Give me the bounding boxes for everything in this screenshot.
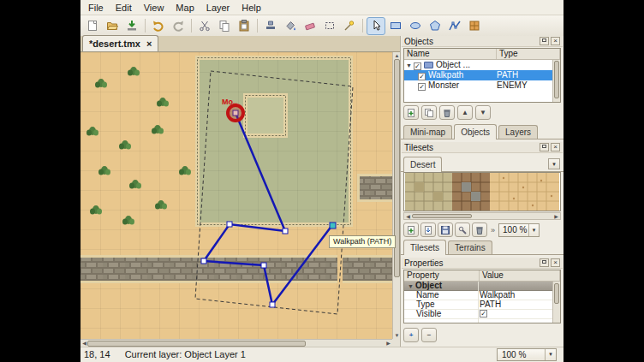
insert-rectangle-button[interactable]	[386, 17, 405, 35]
current-layer-label: Current layer: Object Layer 1	[125, 349, 246, 359]
tilesets-panel-title: Tilesets	[404, 143, 540, 152]
canvas-horizontal-scrollbar[interactable]: ◀ ▶	[80, 339, 392, 347]
tileset-scroll-thumb[interactable]	[412, 214, 472, 218]
float-panel-icon[interactable]	[540, 258, 549, 267]
insert-polyline-button[interactable]	[445, 17, 464, 35]
insert-tile-button[interactable]	[465, 17, 484, 35]
expander-icon[interactable]: ▼	[406, 62, 412, 68]
remove-property-button[interactable]: −	[421, 328, 437, 342]
menubar: File Edit View Map Layer Help	[80, 0, 564, 15]
tileset-tabbar: Desert ▾	[401, 156, 564, 172]
property-row-visible[interactable]: Visible ✓	[404, 310, 560, 319]
menu-view[interactable]: View	[138, 1, 170, 15]
menu-layer[interactable]: Layer	[200, 1, 236, 15]
add-property-button[interactable]: +	[403, 328, 419, 342]
tileset-image[interactable]	[404, 173, 560, 211]
remove-tileset-button[interactable]	[472, 223, 487, 237]
duplicate-object-button[interactable]	[421, 105, 437, 120]
column-value[interactable]: Value	[480, 270, 560, 281]
expander-icon[interactable]: ▼	[408, 283, 414, 289]
map-canvas[interactable]: Mo.. Walkpath (PATH) ▲ ▼ ◀ ▶	[80, 52, 400, 347]
visibility-checkbox[interactable]: ✓	[418, 73, 426, 80]
visibility-checkbox[interactable]: ✓	[418, 83, 426, 91]
object-group-row[interactable]: ▼✓Object ...	[404, 60, 560, 70]
tab-objects[interactable]: Objects	[454, 124, 497, 139]
property-value[interactable]: Walkpath	[480, 291, 515, 300]
scroll-left-icon[interactable]: ◀	[404, 213, 412, 220]
scroll-right-icon[interactable]: ▶	[385, 340, 392, 347]
redo-button[interactable]	[169, 17, 188, 35]
bucket-fill-button[interactable]	[281, 17, 300, 35]
tab-close-icon[interactable]: ×	[146, 39, 152, 49]
float-panel-icon[interactable]	[540, 37, 549, 45]
undo-button[interactable]	[149, 17, 168, 35]
eraser-button[interactable]	[301, 17, 319, 35]
tab-terrains[interactable]: Terrains	[448, 240, 492, 254]
tab-desert-tmx[interactable]: *desert.tmx ×	[82, 35, 158, 51]
open-folder-icon	[105, 19, 119, 33]
insert-ellipse-button[interactable]	[406, 17, 425, 35]
paste-icon	[237, 19, 251, 33]
scroll-right-icon[interactable]: ▶	[552, 213, 560, 220]
canvas-vertical-scrollbar[interactable]: ▲ ▼	[392, 52, 400, 339]
column-property[interactable]: Property	[404, 270, 480, 281]
remove-object-button[interactable]	[439, 105, 455, 120]
open-file-button[interactable]	[103, 17, 122, 35]
dock-tabbar-top: Mini-map Objects Layers	[401, 124, 564, 139]
dropdown-icon[interactable]: ▾	[528, 224, 539, 236]
close-panel-icon[interactable]: ×	[551, 143, 560, 151]
horizontal-scroll-thumb[interactable]	[87, 341, 306, 347]
copy-button[interactable]	[215, 17, 234, 35]
menu-map[interactable]: Map	[170, 1, 200, 15]
add-object-button[interactable]	[403, 105, 419, 120]
dropdown-icon[interactable]: ▾	[545, 349, 556, 360]
visibility-checkbox[interactable]: ✓	[414, 62, 421, 70]
main-toolbar	[80, 15, 564, 37]
tileset-properties-button[interactable]	[455, 223, 470, 237]
menu-file[interactable]: File	[82, 1, 110, 15]
object-name: Walkpath	[428, 70, 463, 80]
property-value[interactable]: PATH	[480, 300, 501, 309]
tileset-horizontal-scrollbar[interactable]: ◀ ▶	[403, 212, 561, 220]
tileset-view[interactable]	[403, 172, 561, 211]
cut-button[interactable]	[195, 17, 214, 35]
rectangular-select-button[interactable]	[320, 17, 339, 35]
tileset-dropdown-icon[interactable]: ▾	[548, 158, 560, 169]
insert-polygon-button[interactable]	[426, 17, 444, 35]
object-row-walkpath[interactable]: ✓Walkpath PATH	[404, 70, 560, 80]
menu-help[interactable]: Help	[236, 1, 267, 15]
column-name[interactable]: Name	[404, 49, 497, 59]
magic-wand-button[interactable]	[340, 17, 359, 35]
new-tileset-icon	[406, 225, 416, 235]
properties-scrollbar[interactable]	[552, 282, 560, 323]
walkpath-hovered-node[interactable]	[330, 223, 336, 228]
visible-checkbox[interactable]: ✓	[480, 310, 487, 317]
menu-edit[interactable]: Edit	[110, 1, 138, 15]
overflow-chevron-icon[interactable]: »	[491, 226, 495, 234]
stamp-brush-button[interactable]	[261, 17, 280, 35]
tileset-zoom-combo[interactable]: 100 % ▾	[498, 223, 540, 237]
tab-tilesets[interactable]: Tilesets	[403, 240, 446, 255]
objects-scrollbar[interactable]	[552, 60, 560, 102]
tab-tileset-desert[interactable]: Desert	[403, 157, 442, 172]
tab-mini-map[interactable]: Mini-map	[403, 125, 452, 139]
float-panel-icon[interactable]	[540, 143, 549, 151]
save-file-button[interactable]	[122, 17, 141, 35]
paste-button[interactable]	[235, 17, 253, 35]
move-object-up-button[interactable]: ▲	[457, 105, 473, 120]
import-tileset-button[interactable]	[420, 223, 436, 237]
column-type[interactable]: Type	[497, 49, 560, 59]
object-row-monster[interactable]: ✓Monster ENEMY	[404, 80, 560, 91]
map-view[interactable]: Mo..	[80, 52, 392, 339]
new-map-button[interactable]	[83, 17, 102, 35]
select-objects-button[interactable]	[367, 17, 385, 35]
zoom-value: 100 %	[502, 350, 526, 359]
zoom-combo[interactable]: 100 % ▾	[497, 348, 557, 361]
move-object-down-button[interactable]: ▼	[475, 105, 491, 120]
close-panel-icon[interactable]: ×	[551, 258, 560, 267]
new-tileset-button[interactable]	[403, 223, 419, 237]
tab-layers[interactable]: Layers	[498, 125, 538, 139]
export-tileset-button[interactable]	[438, 223, 453, 237]
close-panel-icon[interactable]: ×	[551, 37, 560, 45]
eraser-icon	[303, 19, 317, 33]
